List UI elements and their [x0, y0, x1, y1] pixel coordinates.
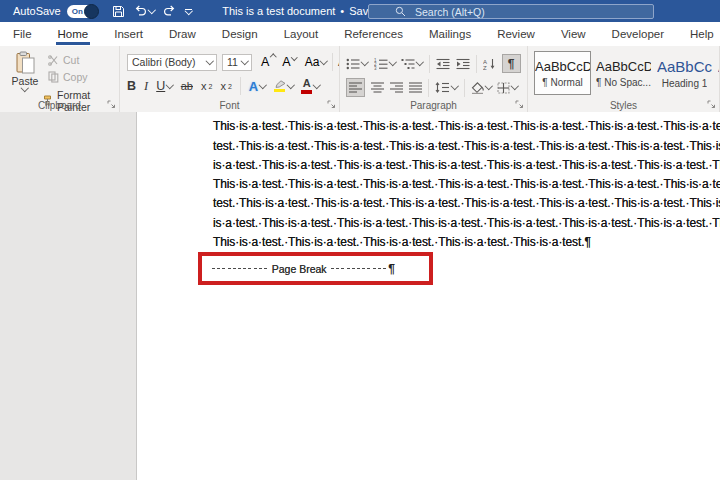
styles-dialog-launcher[interactable]: [707, 100, 716, 109]
font-name-value: Calibri (Body): [132, 56, 196, 68]
justify-button[interactable]: [409, 82, 422, 93]
highlight-button[interactable]: [274, 80, 294, 93]
svg-text:Z: Z: [483, 65, 487, 70]
increase-indent-button[interactable]: [456, 58, 470, 70]
bold-button[interactable]: B: [127, 80, 136, 93]
svg-text:3: 3: [374, 66, 377, 70]
paste-button[interactable]: Paste: [6, 51, 44, 91]
highlight-pen-icon: [274, 80, 286, 93]
shrink-font-button[interactable]: A: [282, 56, 290, 69]
tab-insert[interactable]: Insert: [101, 22, 156, 46]
decrease-indent-button[interactable]: [436, 58, 450, 70]
increase-indent-icon: [456, 58, 470, 70]
align-right-icon: [390, 82, 403, 93]
multilevel-list-button[interactable]: [401, 58, 423, 70]
paragraph-dialog-launcher[interactable]: [515, 100, 524, 109]
ribbon: Paste Cut Copy Format Painter: [0, 46, 720, 113]
quick-access-toolbar: [112, 5, 193, 18]
document-line[interactable]: This·is·a·test.·This·is·a·test.·This·is·…: [213, 117, 720, 136]
clipboard-dialog-launcher[interactable]: [107, 100, 116, 109]
redo-button[interactable]: [163, 5, 176, 17]
quick-access-more-button[interactable]: [185, 9, 192, 14]
copy-icon: [48, 71, 59, 83]
style-no-spacing[interactable]: AaBbCcDc ¶ No Spac...: [595, 51, 652, 95]
align-left-button[interactable]: [346, 78, 365, 97]
undo-button[interactable]: [134, 5, 155, 17]
search-placeholder: Search (Alt+Q): [415, 6, 485, 18]
style-name: Heading 1: [662, 78, 708, 89]
page-break-highlight-box: Page Break ¶: [198, 252, 433, 285]
styles-group-label: Styles: [528, 100, 719, 111]
cut-button[interactable]: Cut: [48, 54, 79, 66]
change-case-button[interactable]: Aa: [305, 56, 327, 68]
title-separator: •: [340, 5, 344, 17]
document-page[interactable]: This·is·a·test.·This·is·a·test.·This·is·…: [137, 112, 720, 480]
numbering-button[interactable]: 123: [374, 58, 396, 70]
style-normal[interactable]: AaBbCcDc ¶ Normal: [534, 51, 591, 95]
line-spacing-button[interactable]: [435, 82, 458, 93]
show-hide-formatting-button[interactable]: ¶: [502, 54, 521, 73]
document-text[interactable]: This·is·a·test.·This·is·a·test.·This·is·…: [213, 112, 720, 252]
page-break-dash-right: [331, 268, 387, 269]
tab-design[interactable]: Design: [209, 22, 271, 46]
tab-references[interactable]: References: [331, 22, 416, 46]
superscript-base: x: [220, 81, 226, 92]
tab-mailings[interactable]: Mailings: [416, 22, 484, 46]
scissors-icon: [48, 55, 59, 66]
numbering-icon: 123: [374, 58, 388, 70]
text-effects-button[interactable]: A: [249, 80, 266, 93]
tab-review[interactable]: Review: [484, 22, 548, 46]
borders-button[interactable]: [497, 82, 518, 94]
chevron-down-icon: [166, 81, 174, 89]
document-line[interactable]: This·is·a·test.·This·is·a·test.·This·is·…: [213, 233, 720, 252]
document-line[interactable]: This·is·a·test.·This·is·a·test.·This·is·…: [213, 175, 720, 194]
tab-draw[interactable]: Draw: [156, 22, 209, 46]
font-color-button[interactable]: A: [301, 78, 320, 94]
bullets-button[interactable]: [346, 58, 368, 70]
chevron-down-icon: [313, 81, 321, 89]
document-line[interactable]: test.·This·is·a·test.·This·is·a·test.·Th…: [213, 194, 720, 213]
document-line[interactable]: is·a·test.·This·is·a·test.·This·is·a·tes…: [213, 156, 720, 175]
subscript-button[interactable]: x2: [201, 81, 212, 92]
paragraph-group-label: Paragraph: [340, 100, 527, 111]
style-heading-1[interactable]: AaBbCc Heading 1: [656, 51, 713, 95]
sort-button[interactable]: AZ: [483, 58, 496, 70]
autosave-toggle[interactable]: On: [67, 5, 98, 18]
chevron-down-icon: [259, 81, 267, 89]
subscript-mark: 2: [208, 83, 212, 90]
copy-button[interactable]: Copy: [48, 71, 88, 83]
page-break-label: Page Break: [268, 263, 331, 275]
font-size-value: 11: [227, 56, 238, 68]
font-dialog-launcher[interactable]: [327, 100, 336, 109]
subscript-base: x: [201, 81, 207, 92]
chevron-down-icon: [291, 54, 297, 60]
search-input[interactable]: Search (Alt+Q): [368, 4, 654, 19]
document-line[interactable]: is·a·test.·This·is·a·test.·This·is·a·tes…: [213, 214, 720, 233]
highlight-color-bar: [274, 89, 285, 93]
tab-file[interactable]: File: [0, 22, 45, 46]
multilevel-list-icon: [401, 58, 415, 70]
underline-button[interactable]: U: [156, 80, 173, 93]
align-right-button[interactable]: [390, 82, 403, 93]
style-heading-2[interactable]: AaBbCcDc Heading 2: [717, 51, 719, 95]
align-center-button[interactable]: [371, 82, 384, 93]
tab-help[interactable]: Help: [677, 22, 720, 46]
grow-font-button[interactable]: A: [261, 56, 269, 69]
font-name-select[interactable]: Calibri (Body): [127, 54, 217, 71]
tab-developer[interactable]: Developer: [599, 22, 677, 46]
save-button[interactable]: [112, 5, 125, 18]
shading-icon: [471, 82, 484, 94]
document-line[interactable]: test.·This·is·a·test.·This·is·a·test.·Th…: [213, 137, 720, 156]
tab-home[interactable]: Home: [45, 22, 102, 46]
italic-button[interactable]: I: [144, 80, 148, 93]
strikethrough-button[interactable]: ab: [181, 81, 193, 92]
chevron-down-icon: [484, 82, 492, 90]
tab-view[interactable]: View: [548, 22, 599, 46]
tab-layout[interactable]: Layout: [271, 22, 332, 46]
superscript-button[interactable]: x2: [220, 81, 231, 92]
document-title[interactable]: This is a test document • Saved: [222, 5, 391, 17]
font-group-label: Font: [120, 100, 339, 111]
font-size-select[interactable]: 11: [222, 54, 252, 71]
font-group: Calibri (Body) 11 A A Aa: [120, 46, 340, 112]
shading-button[interactable]: [471, 82, 492, 94]
